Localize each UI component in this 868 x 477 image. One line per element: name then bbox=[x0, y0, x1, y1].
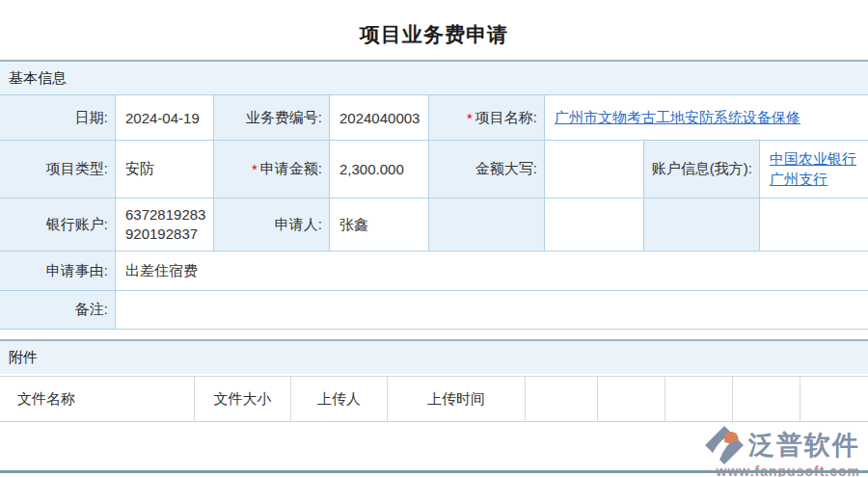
col-header-empty bbox=[526, 377, 598, 422]
vendor-watermark: 泛普软件 www.fanpusoft.com bbox=[704, 425, 860, 477]
section-title-basic-info: 基本信息 bbox=[9, 69, 67, 88]
amount-caps-value bbox=[545, 141, 644, 199]
page: 项目业务费申请 基本信息 日期: 2024-04-19 业务费编号: 20240… bbox=[0, 0, 868, 477]
apply-amount-label: * 申请金额: bbox=[214, 141, 330, 199]
bank-account-value: 6372819283920192837 bbox=[116, 199, 214, 252]
basic-info-table: 日期: 2024-04-19 业务费编号: 2024040003 * 项目名称:… bbox=[0, 94, 868, 330]
bank-account-label: 银行账户: bbox=[0, 199, 116, 252]
apply-reason-value: 出差住宿费 bbox=[116, 252, 868, 291]
col-header-empty bbox=[598, 377, 665, 422]
page-bottom-divider bbox=[0, 470, 868, 473]
col-header-file-size: 文件大小 bbox=[195, 377, 291, 422]
amount-caps-label: 金额大写: bbox=[429, 141, 545, 199]
fanpu-logo-icon bbox=[704, 425, 745, 465]
col-header-empty bbox=[733, 377, 800, 422]
fee-no-value: 2024040003 bbox=[330, 95, 429, 141]
date-label: 日期: bbox=[0, 95, 116, 141]
project-type-label: 项目类型: bbox=[0, 141, 116, 199]
col-header-file-name: 文件名称 bbox=[0, 377, 195, 422]
remark-label: 备注: bbox=[0, 291, 116, 330]
apply-amount-value: 2,300.000 bbox=[330, 141, 429, 199]
empty-label-cell bbox=[644, 199, 760, 252]
project-type-value: 安防 bbox=[116, 141, 214, 199]
section-title-attachments: 附件 bbox=[9, 349, 38, 367]
date-value: 2024-04-19 bbox=[116, 95, 214, 141]
project-name-cell: 广州市文物考古工地安防系统设备保修 bbox=[545, 95, 868, 141]
attachments-table-header: 文件名称 文件大小 上传人 上传时间 bbox=[0, 376, 868, 422]
section-header-attachments: 附件 bbox=[0, 339, 868, 374]
empty-value-cell bbox=[760, 199, 868, 252]
applicant-value: 张鑫 bbox=[330, 199, 429, 252]
vendor-name: 泛普软件 bbox=[748, 428, 860, 463]
section-header-basic-info: 基本信息 bbox=[0, 60, 868, 94]
col-header-uploader: 上传人 bbox=[291, 377, 388, 422]
page-title: 项目业务费申请 bbox=[0, 21, 868, 48]
col-header-upload-time: 上传时间 bbox=[388, 377, 526, 422]
empty-value-cell bbox=[545, 199, 644, 252]
project-name-link[interactable]: 广州市文物考古工地安防系统设备保修 bbox=[555, 108, 800, 127]
account-info-cell: 中国农业银行广州支行 bbox=[760, 141, 868, 199]
required-asterisk: * bbox=[467, 110, 473, 126]
col-header-empty bbox=[665, 377, 733, 422]
account-info-link[interactable]: 中国农业银行广州支行 bbox=[770, 149, 862, 189]
account-info-label: 账户信息(我方): bbox=[644, 141, 760, 199]
required-asterisk: * bbox=[252, 161, 258, 177]
col-header-empty bbox=[800, 377, 868, 422]
applicant-label: 申请人: bbox=[214, 199, 330, 252]
apply-reason-label: 申请事由: bbox=[0, 252, 116, 291]
project-name-label: * 项目名称: bbox=[429, 95, 545, 141]
remark-value bbox=[116, 291, 868, 330]
fee-no-label: 业务费编号: bbox=[214, 95, 330, 141]
empty-label-cell bbox=[429, 199, 545, 252]
